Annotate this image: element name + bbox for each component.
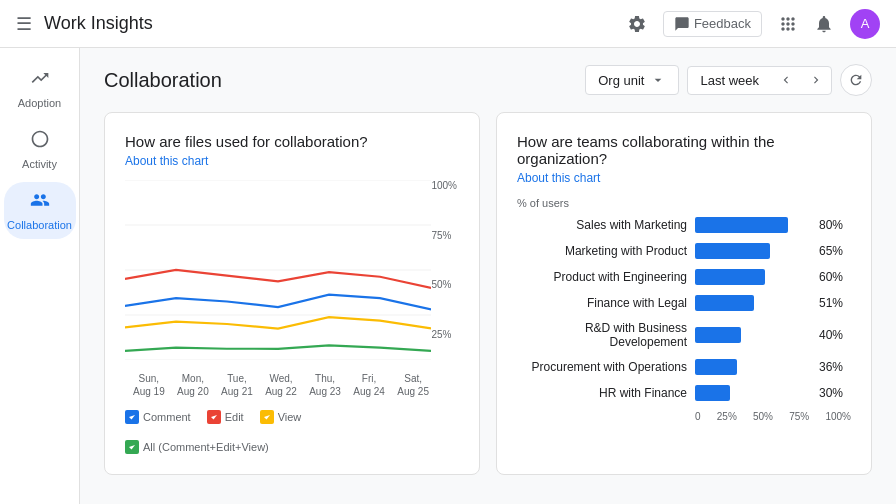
app-header: ☰ Work Insights Feedback A [0,0,896,48]
bar-fill [695,295,754,311]
bar-label: Marketing with Product [517,244,687,258]
date-prev-button[interactable] [771,67,801,93]
bar-row: R&D with Business Developement 40% [517,321,851,349]
x-label-3: Wed,Aug 22 [265,372,297,398]
legend-comment[interactable]: Comment [125,410,191,424]
y-label-50: 50% [431,279,457,290]
settings-icon[interactable] [627,14,647,34]
bar-label: HR with Finance [517,386,687,400]
right-card-about-link[interactable]: About this chart [517,171,851,185]
x-axis: Sun,Aug 19 Mon,Aug 20 Tue,Aug 21 Wed,Aug… [125,372,459,398]
legend-check-view [260,410,274,424]
bar-value: 80% [819,218,851,232]
page-header: Collaboration Org unit Last week [104,64,872,96]
legend-check-all [125,440,139,454]
feedback-button[interactable]: Feedback [663,11,762,37]
bar-value: 30% [819,386,851,400]
apps-icon[interactable] [778,14,798,34]
left-card-about-link[interactable]: About this chart [125,154,459,168]
page-controls: Org unit Last week [585,64,872,96]
y-label-100: 100% [431,180,457,191]
bar-value: 65% [819,244,851,258]
x-label-5: Fri,Aug 24 [353,372,385,398]
bar-fill [695,327,741,343]
legend-view[interactable]: View [260,410,302,424]
legend-edit[interactable]: Edit [207,410,244,424]
bar-fill [695,217,788,233]
sidebar: Adoption Activity Collaboration [0,48,80,504]
legend-check-edit [207,410,221,424]
right-card-title: How are teams collaborating within the o… [517,133,851,167]
bar-label: Sales with Marketing [517,218,687,232]
bar-track [695,217,811,233]
sidebar-item-collaboration[interactable]: Collaboration [4,182,76,239]
bar-chart: Sales with Marketing 80% Marketing with … [517,217,851,401]
legend-all[interactable]: All (Comment+Edit+View) [125,440,269,454]
bar-track [695,327,811,343]
bar-fill [695,385,730,401]
y-label-75: 75% [431,230,457,241]
bar-fill [695,243,770,259]
chart-legend: Comment Edit View [125,410,459,454]
x-label-4: Thu,Aug 23 [309,372,341,398]
bar-track [695,243,811,259]
date-next-button[interactable] [801,67,831,93]
avatar[interactable]: A [850,9,880,39]
bar-row: HR with Finance 30% [517,385,851,401]
x-label-0: Sun,Aug 19 [133,372,165,398]
activity-icon [30,129,50,154]
org-unit-dropdown[interactable]: Org unit [585,65,679,95]
sidebar-item-adoption[interactable]: Adoption [4,60,76,117]
activity-label: Activity [22,158,57,170]
bar-fill [695,269,765,285]
bar-row: Finance with Legal 51% [517,295,851,311]
legend-check-comment [125,410,139,424]
bar-chart-y-label: % of users [517,197,851,209]
adoption-icon [30,68,50,93]
main-content: Collaboration Org unit Last week [80,48,896,504]
line-chart-svg [125,180,459,360]
teams-collaboration-card: How are teams collaborating within the o… [496,112,872,475]
bar-label: Procurement with Operations [517,360,687,374]
refresh-button[interactable] [840,64,872,96]
left-card-title: How are files used for collaboration? [125,133,459,150]
date-nav: Last week [687,66,832,95]
notifications-icon[interactable] [814,14,834,34]
x-label-1: Mon,Aug 20 [177,372,209,398]
bar-label: Product with Engineering [517,270,687,284]
bar-row: Product with Engineering 60% [517,269,851,285]
collaboration-label: Collaboration [7,219,72,231]
bar-row: Sales with Marketing 80% [517,217,851,233]
cards-row: How are files used for collaboration? Ab… [104,112,872,475]
bar-value: 51% [819,296,851,310]
sidebar-item-activity[interactable]: Activity [4,121,76,178]
bar-x-axis: 0 25% 50% 75% 100% [517,411,851,422]
files-collaboration-card: How are files used for collaboration? Ab… [104,112,480,475]
bar-label: R&D with Business Developement [517,321,687,349]
bar-value: 40% [819,328,851,342]
date-range-label: Last week [688,67,771,94]
x-label-2: Tue,Aug 21 [221,372,253,398]
bar-value: 36% [819,360,851,374]
bar-row: Marketing with Product 65% [517,243,851,259]
app-title: Work Insights [44,13,615,34]
bar-row: Procurement with Operations 36% [517,359,851,375]
bar-track [695,295,811,311]
adoption-label: Adoption [18,97,61,109]
menu-icon[interactable]: ☰ [16,13,32,35]
collaboration-icon [30,190,50,215]
bar-value: 60% [819,270,851,284]
x-label-6: Sat,Aug 25 [397,372,429,398]
page-title: Collaboration [104,69,222,92]
bar-track [695,269,811,285]
line-chart-area: 100% 75% 50% 25% [125,180,459,360]
app-body: Adoption Activity Collaboration Collabor… [0,48,896,504]
bar-track [695,385,811,401]
bar-track [695,359,811,375]
y-label-25: 25% [431,329,457,340]
bar-label: Finance with Legal [517,296,687,310]
header-icons: Feedback A [627,9,880,39]
bar-fill [695,359,737,375]
